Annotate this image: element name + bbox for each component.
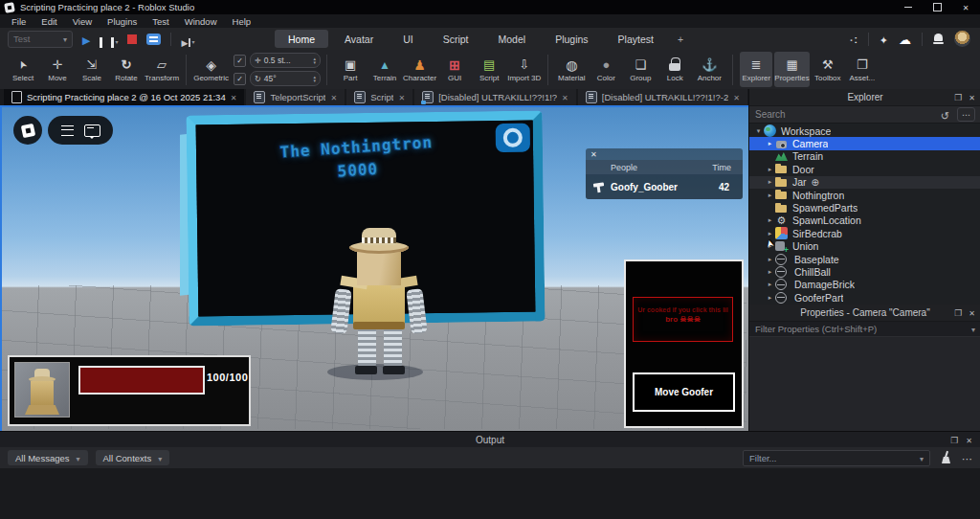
part-button[interactable]: Part <box>334 52 367 87</box>
ribbon-tab-ui[interactable]: UI <box>390 30 427 48</box>
anchor-button[interactable]: Anchor <box>693 52 725 87</box>
tree-item-sirbedcrab[interactable]: ▸SirBedcrab <box>749 227 980 239</box>
float-panel-icon[interactable] <box>950 435 958 445</box>
tree-item-spawnlocation[interactable]: ▸SpawnLocation <box>749 214 980 227</box>
expand-arrow-icon[interactable]: ▸ <box>765 256 775 263</box>
group-button[interactable]: Group <box>624 52 657 87</box>
chat-icon[interactable] <box>84 124 100 137</box>
3d-viewport[interactable]: The Nothingtron 5000 People Time <box>0 105 752 435</box>
leaderboard-close-icon[interactable] <box>590 150 597 159</box>
toolbox-button[interactable]: Toolbox <box>812 52 844 87</box>
cloud-sync-button[interactable] <box>899 31 911 48</box>
scale-button[interactable]: Scale <box>76 52 108 87</box>
step-button[interactable] <box>181 31 194 48</box>
expand-arrow-icon[interactable]: ▸ <box>765 281 775 288</box>
expand-arrow-icon[interactable]: ▸ <box>765 294 775 302</box>
maximize-button[interactable] <box>923 0 951 14</box>
client-server-toggle-button[interactable] <box>146 34 161 45</box>
geometric-button[interactable]: Geometric <box>193 52 229 87</box>
close-button[interactable] <box>951 0 980 14</box>
more-options-icon[interactable] <box>962 449 972 466</box>
pause-button[interactable] <box>100 31 118 48</box>
snap-rotate-field[interactable]: 45° <box>250 71 321 86</box>
quick-menu-pill[interactable] <box>48 116 113 145</box>
tree-item-terrain[interactable]: Terrain <box>749 150 980 163</box>
float-panel-icon[interactable] <box>954 307 962 318</box>
tree-item-nothingtron[interactable]: ▸Nothingtron <box>749 189 980 201</box>
expand-arrow-icon[interactable]: ▸ <box>765 166 775 173</box>
close-panel-icon[interactable] <box>969 307 975 318</box>
character-button[interactable]: Character <box>403 52 436 87</box>
explorer-search[interactable]: Search <box>749 106 980 124</box>
collapse-arrow-icon[interactable]: ▾ <box>753 127 764 135</box>
expand-arrow-icon[interactable]: ▸ <box>765 268 775 276</box>
terrain-button[interactable]: Terrain <box>368 52 401 87</box>
tree-item-workspace[interactable]: ▾Workspace <box>749 124 980 137</box>
snap-move-field[interactable]: 0.5 st... <box>250 53 321 68</box>
search-input[interactable]: Search <box>755 109 786 120</box>
messages-filter-dropdown[interactable]: All Messages <box>8 450 88 465</box>
output-filter-input[interactable]: Filter... <box>743 450 930 466</box>
menu-file[interactable]: File <box>4 16 33 27</box>
doc-tab-teleportscript[interactable]: TeleportScript <box>246 89 345 105</box>
stop-button[interactable] <box>127 34 137 44</box>
select-button[interactable]: Select <box>7 52 39 87</box>
clear-output-button[interactable] <box>940 451 952 464</box>
ribbon-tab-avatar[interactable]: Avatar <box>331 30 387 48</box>
move-button[interactable]: Move <box>41 52 74 87</box>
hamburger-icon[interactable] <box>61 125 74 136</box>
close-tab-icon[interactable] <box>231 92 237 102</box>
material-button[interactable]: Material <box>555 52 588 87</box>
expand-arrow-icon[interactable]: ▸ <box>765 216 775 224</box>
menu-window[interactable]: Window <box>177 16 225 27</box>
expand-arrow-icon[interactable]: ▸ <box>765 230 775 237</box>
close-tab-icon[interactable] <box>398 92 405 102</box>
close-panel-icon[interactable] <box>966 435 972 445</box>
expand-arrow-icon[interactable]: ▸ <box>765 178 775 186</box>
tree-item-door[interactable]: ▸Door <box>749 163 980 175</box>
stepper-icon[interactable] <box>314 75 317 82</box>
contexts-filter-dropdown[interactable]: All Contexts <box>96 450 170 465</box>
history-icon[interactable] <box>941 106 949 124</box>
rotate-button[interactable]: Rotate <box>110 52 143 87</box>
menu-edit[interactable]: Edit <box>33 16 64 27</box>
ribbon-tab-home[interactable]: Home <box>275 30 328 48</box>
tree-item-chillball[interactable]: ▸ChillBall <box>749 265 980 278</box>
menu-plugins[interactable]: Plugins <box>100 16 145 27</box>
menu-view[interactable]: View <box>65 16 100 27</box>
float-panel-icon[interactable] <box>954 92 962 102</box>
play-button[interactable] <box>82 31 90 48</box>
doc-tab-disabled-ultrakill-1-2[interactable]: [Disabled] ULTRAKILL!??!1!?-2 <box>578 89 747 105</box>
more-options-icon[interactable] <box>957 107 975 122</box>
close-tab-icon[interactable] <box>330 92 337 102</box>
user-avatar[interactable] <box>954 31 970 47</box>
properties-button[interactable]: Properties <box>774 52 809 87</box>
gui-button[interactable]: GUI <box>438 52 471 87</box>
tree-item-baseplate[interactable]: ▸Baseplate <box>749 253 980 265</box>
lock-button[interactable]: Lock <box>658 52 691 87</box>
ribbon-tab-script[interactable]: Script <box>430 30 482 48</box>
close-panel-icon[interactable] <box>969 92 975 102</box>
snap-move-checkbox[interactable] <box>234 55 246 67</box>
doc-tab-script[interactable]: Script <box>346 89 412 105</box>
properties-filter[interactable]: Filter Properties (Ctrl+Shift+P) <box>749 322 980 337</box>
asset-button[interactable]: Asset... <box>846 52 879 87</box>
move-goofer-button[interactable]: Move Goofer <box>633 372 735 412</box>
ribbon-tab-model[interactable]: Model <box>485 30 540 48</box>
doc-tab-scripting-practicing-place-2-16-oct-2025-21-34[interactable]: Scripting Practicing place 2 @ 16 Oct 20… <box>4 89 244 105</box>
warning-box[interactable]: Ur cooked if you click this lil bro ☠☠☠ <box>633 297 733 342</box>
explorer-button[interactable]: Explorer <box>740 52 772 87</box>
tree-item-damagebrick[interactable]: ▸DamageBrick <box>749 279 980 291</box>
color-button[interactable]: Color <box>590 52 622 87</box>
tree-item-jar[interactable]: ▸Jar <box>749 176 980 189</box>
transform-button[interactable]: Transform <box>145 52 179 87</box>
doc-tab-disabled-ultrakill-1[interactable]: [Disabled] ULTRAKILL!??!1!? <box>414 89 576 105</box>
assistant-button[interactable] <box>880 31 888 48</box>
expand-arrow-icon[interactable]: ▸ <box>765 192 775 199</box>
share-button[interactable] <box>850 31 858 48</box>
add-object-icon[interactable] <box>812 176 819 188</box>
tree-item-gooferpart[interactable]: ▸GooferPart <box>749 291 980 304</box>
import-3d-button[interactable]: Import 3D <box>507 52 541 87</box>
minimize-button[interactable] <box>894 0 923 14</box>
close-tab-icon[interactable] <box>562 92 568 102</box>
